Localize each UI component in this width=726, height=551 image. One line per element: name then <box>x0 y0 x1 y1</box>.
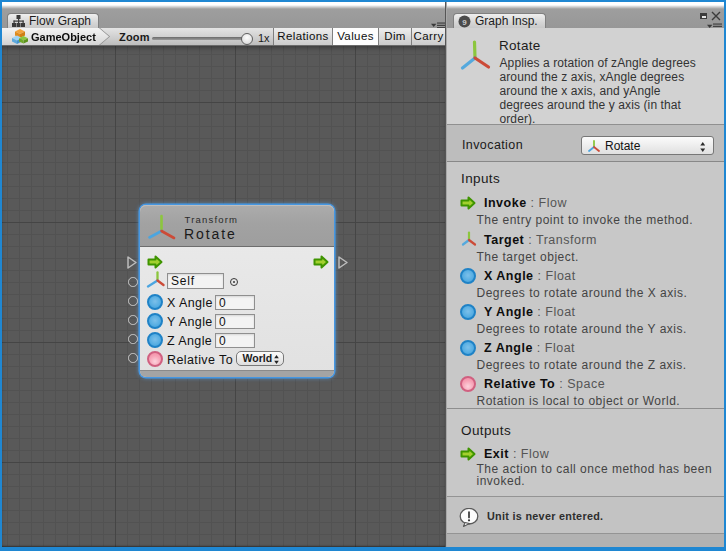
svg-text:9: 9 <box>462 17 467 26</box>
